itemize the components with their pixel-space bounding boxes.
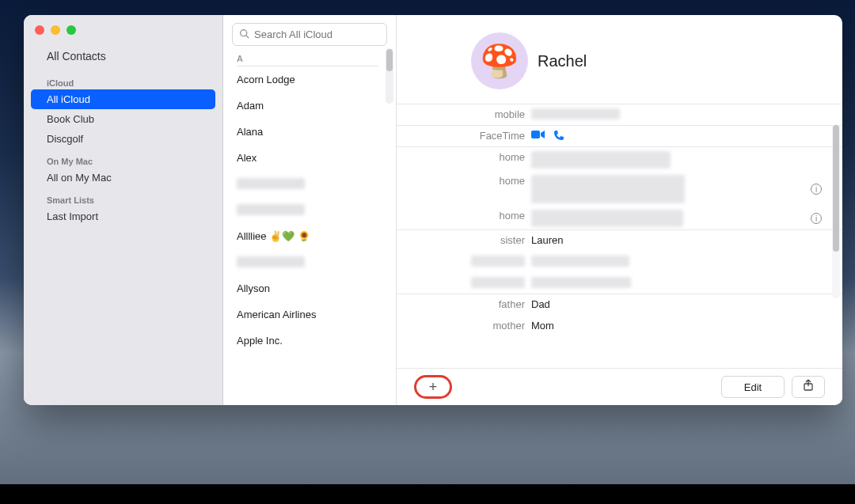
contact-field-row: sisterLauren xyxy=(397,230,842,252)
sidebar-item-book-club[interactable]: Book Club xyxy=(31,109,215,129)
field-label xyxy=(397,275,531,290)
search-input[interactable] xyxy=(254,28,387,40)
sidebar-item-discgolf[interactable]: Discgolf xyxy=(31,129,215,149)
contact-list-item[interactable]: x xyxy=(237,197,378,223)
sidebar-header: iCloud xyxy=(31,70,215,89)
field-label xyxy=(397,254,531,269)
share-button[interactable] xyxy=(792,376,825,398)
sidebar-item-all-on-my-mac[interactable]: All on My Mac xyxy=(31,168,215,188)
field-value xyxy=(531,107,842,119)
field-label: father xyxy=(397,297,531,310)
contact-list-item[interactable]: x xyxy=(237,171,378,197)
contact-field-row: motherMom xyxy=(397,316,842,337)
field-label: sister xyxy=(397,233,531,246)
field-value: Mom xyxy=(531,318,842,332)
info-icon[interactable]: i xyxy=(811,184,822,195)
facetime-video-icon[interactable] xyxy=(531,130,545,143)
zoom-window-button[interactable] xyxy=(66,25,76,35)
field-value xyxy=(531,150,842,169)
field-value xyxy=(531,275,842,288)
contact-list-item[interactable]: x xyxy=(237,249,378,275)
contact-detail-pane: 🍄 Rachel mobileFaceTimehomehomeihomeisis… xyxy=(397,15,842,405)
sidebar-all-contacts[interactable]: All Contacts xyxy=(31,46,215,70)
avatar: 🍄 xyxy=(471,32,528,89)
contact-list-item[interactable]: Adam xyxy=(237,93,378,119)
field-label: home xyxy=(397,150,531,163)
field-label: mobile xyxy=(397,107,531,120)
contact-name: Rachel xyxy=(538,52,587,70)
contact-list-item[interactable]: Alex xyxy=(237,145,378,171)
contact-field-row: home xyxy=(397,147,842,171)
share-icon xyxy=(803,379,814,395)
close-window-button[interactable] xyxy=(35,25,44,35)
contact-list-item[interactable]: Acorn Lodge xyxy=(237,66,378,93)
window-controls xyxy=(24,23,222,46)
section-letter: A xyxy=(237,52,378,66)
contact-field-row: homei xyxy=(397,171,842,206)
contact-list-item[interactable]: American Airlines xyxy=(237,301,378,328)
contact-field-row: mobile xyxy=(397,104,842,126)
sidebar-item-all-icloud[interactable]: All iCloud xyxy=(31,89,215,109)
detail-scrollbar[interactable] xyxy=(832,124,840,298)
search-field[interactable] xyxy=(232,23,387,46)
contacts-window: All Contacts iCloudAll iCloudBook ClubDi… xyxy=(24,15,842,405)
info-icon[interactable]: i xyxy=(811,213,822,224)
plus-icon: + xyxy=(429,379,438,396)
sidebar-header: Smart Lists xyxy=(31,188,215,207)
list-scrollbar[interactable] xyxy=(386,48,393,104)
field-value: i xyxy=(531,173,842,203)
edit-button[interactable]: Edit xyxy=(721,376,785,398)
field-label: home xyxy=(397,208,531,222)
add-contact-button[interactable]: + xyxy=(414,375,452,399)
contact-list-item[interactable]: Apple Inc. xyxy=(237,328,378,354)
field-value: i xyxy=(531,208,842,227)
minimize-window-button[interactable] xyxy=(51,25,60,35)
contact-list-item[interactable]: Allll​iee ✌️💚 🌻 xyxy=(237,223,378,249)
svg-line-1 xyxy=(246,35,249,37)
contact-field-row: homei xyxy=(397,206,842,230)
sidebar: All Contacts iCloudAll iCloudBook ClubDi… xyxy=(24,15,223,405)
contact-field-row: fatherDad xyxy=(397,294,842,316)
svg-point-0 xyxy=(241,29,247,36)
sidebar-item-last-import[interactable]: Last Import xyxy=(31,207,215,226)
field-label: home xyxy=(397,173,531,187)
field-label: mother xyxy=(397,318,531,332)
contact-field-row xyxy=(397,252,842,273)
contact-field-row: FaceTime xyxy=(397,126,842,147)
contacts-list-pane: AAcorn LodgeAdamAlanaAlexxxAllll​iee ✌️💚… xyxy=(223,15,397,405)
field-value: Lauren xyxy=(531,233,842,246)
detail-toolbar: + Edit xyxy=(397,368,842,405)
contact-field-row xyxy=(397,273,842,294)
field-value xyxy=(531,254,842,267)
field-label: FaceTime xyxy=(397,128,531,142)
field-value xyxy=(531,128,842,143)
contact-list-item[interactable]: Allyson xyxy=(237,275,378,301)
svg-rect-2 xyxy=(531,131,540,138)
contact-list-item[interactable]: Alana xyxy=(237,119,378,145)
field-value: Dad xyxy=(531,297,842,310)
sidebar-header: On My Mac xyxy=(31,149,215,168)
search-icon xyxy=(239,28,249,42)
facetime-audio-icon[interactable] xyxy=(553,130,564,143)
